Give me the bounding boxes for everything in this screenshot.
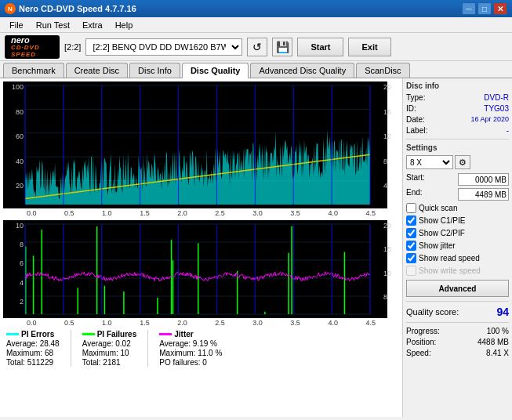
end-input[interactable] [458,188,509,201]
progress-label: Progress: [406,327,440,335]
close-button[interactable]: ✕ [493,2,507,15]
divider-quality [406,301,509,302]
nero-logo: nero CD·DVD SPEED [5,35,60,59]
date-row: Date: 16 Apr 2020 [406,115,509,124]
start-input[interactable] [458,173,509,186]
progress-value: 100 % [487,327,509,335]
show-c1pie-checkbox[interactable] [406,215,416,226]
show-c1pie-label: Show C1/PIE [419,216,465,225]
upper-x-axis: 0.00.51.01.52.0 2.53.03.54.04.5 [3,208,399,217]
show-read-speed-label: Show read speed [419,254,480,262]
upper-chart-canvas [3,81,387,208]
legend-area: PI Errors Average: 28.48 Maximum: 68 Tot… [3,327,399,370]
tab-advanced-disc-quality[interactable]: Advanced Disc Quality [250,63,354,78]
upper-chart-wrapper: 10080604020 20161284 [3,81,399,208]
toolbar: nero CD·DVD SPEED [2:2] [2:2] BENQ DVD D… [0,33,512,61]
legend-pi-errors: PI Errors Average: 28.48 Maximum: 68 Tot… [6,330,60,367]
advanced-button[interactable]: Advanced [406,280,509,297]
jitter-max: Maximum: 11.0 % [159,349,222,357]
pi-failures-max: Maximum: 10 [82,349,137,357]
disc-info-title: Disc info [406,81,509,90]
menu-file[interactable]: File [3,19,30,31]
pi-errors-max: Maximum: 68 [6,349,60,357]
lower-chart-canvas [3,220,387,318]
start-button[interactable]: Start [297,38,343,56]
show-read-speed-checkbox[interactable] [406,253,416,263]
show-c1pie-row: Show C1/PIE [406,215,509,226]
legend-pi-failures-title: PI Failures [82,330,137,339]
speed-select[interactable]: 8 X [406,155,453,169]
id-label: ID: [406,104,416,113]
menu-bar: File Run Test Extra Help [0,17,512,33]
save-icon[interactable]: 💾 [272,38,292,56]
show-jitter-checkbox[interactable] [406,241,416,251]
pi-errors-color [6,333,19,335]
app-title: Nero CD-DVD Speed 4.7.7.16 [19,4,136,13]
right-panel: Disc info Type: DVD-R ID: TYG03 Date: 16… [402,78,512,417]
exit-button[interactable]: Exit [348,38,390,56]
menu-help[interactable]: Help [109,19,140,31]
title-bar: N Nero CD-DVD Speed 4.7.7.16 ─ □ ✕ [0,0,512,17]
legend-pi-errors-title: PI Errors [6,330,60,339]
divider-1 [71,330,71,367]
show-c2pif-checkbox[interactable] [406,228,416,238]
show-jitter-row: Show jitter [406,241,509,251]
tab-create-disc[interactable]: Create Disc [66,63,128,78]
jitter-po: PO failures: 0 [159,358,222,367]
main-content: 10080604020 20161284 0.00.51.01.52.0 2.5… [0,78,512,417]
menu-run-test[interactable]: Run Test [30,19,76,31]
disc-label-row: Label: - [406,126,509,135]
divider-settings [406,139,509,139]
jitter-label: Jitter [174,330,193,339]
jitter-color [159,333,172,335]
refresh-icon[interactable]: ↺ [247,38,267,56]
tabs: Benchmark Create Disc Disc Info Disc Qua… [0,61,512,78]
maximize-button[interactable]: □ [478,2,492,15]
minimize-button[interactable]: ─ [462,2,476,15]
type-value: DVD-R [484,93,509,102]
drive-label: [2:2] [64,42,81,52]
pi-failures-total: Total: 2181 [82,358,137,367]
date-value: 16 Apr 2020 [470,115,509,124]
position-value: 4488 MB [478,338,509,346]
quality-score-row: Quality score: 94 [406,306,509,318]
pi-failures-color [82,333,95,335]
menu-extra[interactable]: Extra [76,19,109,31]
disc-label-value: - [507,126,509,135]
end-row: End: [406,188,509,201]
tab-disc-quality[interactable]: Disc Quality [182,63,249,78]
progress-row: Progress: 100 % [406,327,509,335]
legend-jitter-title: Jitter [159,330,222,339]
pi-errors-avg: Average: 28.48 [6,339,60,348]
quick-scan-row: Quick scan [406,203,509,213]
tab-benchmark[interactable]: Benchmark [3,63,64,78]
start-row: Start: [406,173,509,186]
window-controls[interactable]: ─ □ ✕ [462,2,507,15]
quick-scan-label: Quick scan [419,204,457,212]
show-write-speed-checkbox[interactable] [406,266,416,276]
quick-scan-checkbox[interactable] [406,203,416,213]
settings-title: Settings [406,143,509,152]
date-label: Date: [406,115,425,124]
jitter-avg: Average: 9.19 % [159,339,222,348]
pi-errors-label: PI Errors [21,330,54,339]
show-jitter-label: Show jitter [419,241,456,250]
divider-progress [406,322,509,323]
speed-row: 8 X ⚙ [406,155,509,169]
pi-errors-total: Total: 511229 [6,358,60,367]
settings-icon[interactable]: ⚙ [455,155,470,169]
show-write-speed-row: Show write speed [406,266,509,276]
tab-scan-disc[interactable]: ScanDisc [356,63,409,78]
charts-area: 10080604020 20161284 0.00.51.01.52.0 2.5… [0,78,402,417]
show-c2pif-row: Show C2/PIF [406,228,509,238]
speed-label: Speed: [406,349,431,357]
id-value: TYG03 [484,104,509,113]
id-row: ID: TYG03 [406,104,509,113]
speed-row-display: Speed: 8.41 X [406,349,509,357]
show-write-speed-label: Show write speed [419,266,481,275]
legend-pi-failures: PI Failures Average: 0.02 Maximum: 10 To… [82,330,137,367]
quality-score-value: 94 [496,306,509,318]
drive-select[interactable]: [2:2] BENQ DVD DD DW1620 B7W9 [85,38,242,56]
tab-disc-info[interactable]: Disc Info [129,63,180,78]
type-row: Type: DVD-R [406,93,509,102]
